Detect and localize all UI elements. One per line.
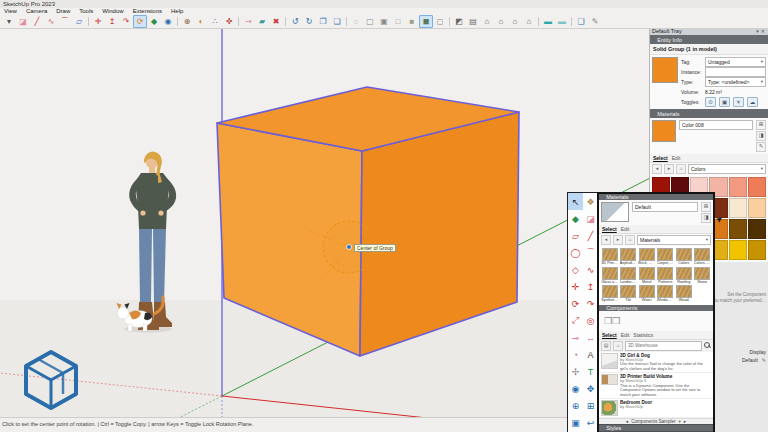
push-pull-tool[interactable]: ↥	[583, 278, 598, 295]
create-material-icon[interactable]: ⊞	[701, 202, 711, 212]
forward-icon[interactable]: ▸	[613, 235, 623, 245]
in-model-icon[interactable]: ⌂	[676, 164, 686, 174]
paste-button[interactable]: ❏	[330, 15, 344, 28]
eraser-tool[interactable]: ◪	[583, 210, 598, 227]
component-list-item[interactable]: Bedroom Door by SketchUp	[599, 399, 713, 418]
arc-tool[interactable]: ⌒	[583, 244, 598, 261]
fog-toggle[interactable]: ▬	[555, 15, 569, 28]
material-category[interactable]: Carpet, Fabrics	[657, 248, 675, 266]
push-pull-tool[interactable]: ↥	[105, 15, 119, 28]
material-name-field[interactable]: Default	[632, 202, 698, 212]
line-tool[interactable]: ╱	[30, 15, 44, 28]
zoom-window-tool[interactable]: ⊞	[583, 397, 598, 414]
tape-measure-tool[interactable]: ⊸	[568, 329, 583, 346]
match-photo-button[interactable]: ❑	[574, 15, 588, 28]
color-swatch[interactable]	[748, 198, 766, 218]
view-options-icon[interactable]: ▤	[601, 341, 611, 351]
arc-tool[interactable]: ⌒	[58, 15, 72, 28]
front-view[interactable]: ⌂	[480, 15, 494, 28]
hidden-toggle[interactable]: ⊙	[705, 97, 716, 107]
color-swatch[interactable]	[748, 219, 766, 239]
material-category[interactable]: Patterns	[657, 267, 675, 285]
menu-item[interactable]: View	[0, 8, 21, 15]
paint-bucket-tool[interactable]: ◆	[147, 15, 161, 28]
look-around-tool[interactable]: ◐	[194, 15, 208, 28]
copy-button[interactable]: ❐	[316, 15, 330, 28]
color-swatch[interactable]	[729, 240, 747, 260]
component-list-item[interactable]: 3D Printer Build Volume by SketchUp 3 Th…	[599, 373, 713, 399]
material-category[interactable]: Tile	[620, 285, 638, 303]
color-swatch[interactable]	[729, 219, 747, 239]
wireframe-mode[interactable]: ▣	[377, 15, 391, 28]
tag-dropdown[interactable]: Untagged▾	[705, 57, 766, 67]
tab-edit[interactable]: Edit	[621, 226, 630, 232]
right-view[interactable]: ⌂	[522, 15, 536, 28]
zoom-tool[interactable]: ⊕	[180, 15, 194, 28]
collapse-icon[interactable]: ▾	[653, 37, 655, 42]
menu-item[interactable]: Help	[167, 8, 187, 15]
tab-edit[interactable]: Edit	[672, 155, 681, 161]
offset-tool[interactable]: ◎	[583, 312, 598, 329]
receive-shadows-toggle[interactable]: ☁	[747, 97, 758, 107]
tab-select[interactable]: Select	[653, 155, 668, 161]
color-swatch[interactable]	[729, 198, 747, 218]
rectangle-tool[interactable]: ▱	[72, 15, 86, 28]
material-category[interactable]: Asphalt and Concrete	[620, 248, 638, 266]
menu-item[interactable]: Camera	[22, 8, 51, 15]
follow-me-tool[interactable]: ↷	[583, 295, 598, 312]
back-view[interactable]: ⌂	[494, 15, 508, 28]
shaded-mode[interactable]: ■	[405, 15, 419, 28]
color-swatch[interactable]	[748, 177, 766, 197]
orbit-tool[interactable]: ◉	[161, 15, 175, 28]
freehand-tool[interactable]: ∿	[583, 261, 598, 278]
delete-guides-tool[interactable]: ✖	[269, 15, 283, 28]
material-category[interactable]: Brick, Cladding and Siding	[638, 248, 656, 266]
walk-tool[interactable]: ∴	[208, 15, 222, 28]
make-component-tool[interactable]: ❖	[583, 193, 598, 210]
default-material-swatch[interactable]	[601, 202, 629, 222]
material-category[interactable]: 3D Printing	[601, 248, 619, 266]
previous-view-tool[interactable]: ↩	[583, 414, 598, 431]
in-model-icon[interactable]: ⌂	[613, 341, 623, 351]
material-category[interactable]: Landscaping	[620, 267, 638, 285]
forward-icon[interactable]: ▸	[664, 164, 674, 174]
components-search-input[interactable]	[625, 341, 702, 351]
material-category[interactable]: Metal	[638, 267, 656, 285]
entity-material-thumbnail[interactable]	[652, 57, 678, 83]
advanced-camera-button[interactable]: ✎	[588, 15, 602, 28]
styles-display-tab[interactable]: Display	[750, 349, 766, 355]
orbit-tool[interactable]: ◉	[568, 380, 583, 397]
paint-bucket-tool[interactable]: ◆	[568, 210, 583, 227]
redo-button[interactable]: ↻	[302, 15, 316, 28]
material-category[interactable]: Synthetic Surfaces	[601, 285, 619, 303]
material-category[interactable]: Colors	[675, 248, 693, 266]
zoom-tool[interactable]: ⊕	[568, 397, 583, 414]
styles-collapsed-bar[interactable]: ▸Styles	[599, 424, 713, 431]
freehand-tool[interactable]: ∿	[44, 15, 58, 28]
color-swatch[interactable]	[748, 240, 766, 260]
undo-button[interactable]: ↺	[288, 15, 302, 28]
axes-tool[interactable]: ✢	[568, 363, 583, 380]
text-tool[interactable]: A	[583, 346, 598, 363]
tab-select[interactable]: Select	[602, 226, 617, 232]
select-tool[interactable]: ↖	[568, 193, 583, 210]
collapse-icon[interactable]: ▾	[602, 195, 604, 200]
active-material-swatch[interactable]	[652, 120, 676, 142]
menu-item[interactable]: Extensions	[129, 8, 166, 15]
polygon-tool[interactable]: ◇	[568, 261, 583, 278]
color-swatch[interactable]	[729, 177, 747, 197]
shadows-toggle[interactable]: ▬	[541, 15, 555, 28]
material-category[interactable]: Roofing	[675, 267, 693, 285]
rotate-tool[interactable]: ⟳	[133, 15, 147, 28]
3d-text-tool[interactable]: T	[583, 363, 598, 380]
style-dropdown[interactable]: ◌	[349, 15, 363, 28]
protractor-tool[interactable]: ◔	[568, 346, 583, 363]
material-category[interactable]: Colors-Named	[694, 248, 712, 266]
iso-view[interactable]: ◩	[452, 15, 466, 28]
material-category[interactable]: Glass and Mirrors	[601, 267, 619, 285]
menu-item[interactable]: Draw	[52, 8, 74, 15]
tab-edit[interactable]: Edit	[621, 332, 630, 338]
material-category[interactable]: Wood	[675, 285, 693, 303]
top-view[interactable]: ▤	[466, 15, 480, 28]
secondary-pane-icon[interactable]: ◨	[701, 213, 711, 223]
